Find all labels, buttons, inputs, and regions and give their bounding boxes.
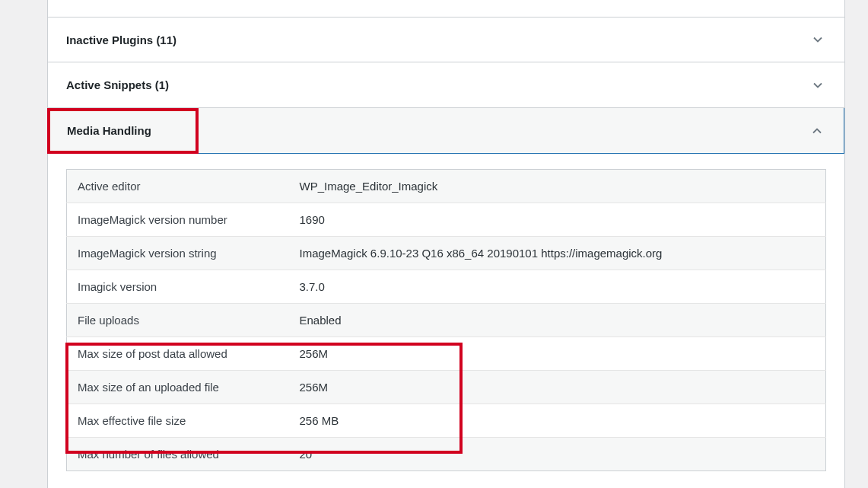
section-label: Active Snippets	[66, 78, 152, 91]
chevron-down-icon	[809, 31, 826, 48]
table-row: Imagick version3.7.0	[67, 270, 826, 304]
table-row: ImageMagick version stringImageMagick 6.…	[67, 237, 826, 270]
section-title: Inactive Plugins (11)	[66, 33, 176, 46]
accordion: Inactive Plugins (11) Active Snippets (1…	[48, 17, 844, 477]
section-title: Media Handling	[67, 124, 151, 137]
row-value: 256M	[289, 337, 826, 371]
section-label: Inactive Plugins	[66, 33, 153, 46]
section-count: (11)	[156, 33, 176, 46]
row-value: 256M	[289, 371, 826, 404]
table-row: File uploadsEnabled	[67, 304, 826, 337]
row-label: Max number of files allowed	[67, 438, 289, 471]
chevron-up-icon	[809, 123, 825, 139]
table-row: Max effective file size256 MB	[67, 404, 826, 438]
row-label: ImageMagick version string	[67, 237, 289, 270]
prev-section-sliver	[48, 0, 844, 17]
table-row: Max size of post data allowed256M	[67, 337, 826, 371]
section-media-handling[interactable]: Media Handling	[48, 108, 844, 154]
table-row: Max size of an uploaded file256M	[67, 371, 826, 404]
media-handling-body: Active editorWP_Image_Editor_ImagickImag…	[48, 154, 844, 477]
table-row: Active editorWP_Image_Editor_Imagick	[67, 170, 826, 203]
row-label: Active editor	[67, 170, 289, 203]
section-title: Active Snippets (1)	[66, 78, 169, 91]
row-value: Enabled	[289, 304, 826, 337]
section-active-snippets[interactable]: Active Snippets (1)	[48, 62, 844, 108]
row-value: WP_Image_Editor_Imagick	[289, 170, 826, 203]
section-inactive-plugins[interactable]: Inactive Plugins (11)	[48, 17, 844, 62]
row-value: 256 MB	[289, 404, 826, 438]
row-label: Max size of post data allowed	[67, 337, 289, 371]
site-health-panel: Inactive Plugins (11) Active Snippets (1…	[47, 0, 845, 488]
section-count: (1)	[155, 78, 169, 91]
table-row: ImageMagick version number1690	[67, 203, 826, 237]
row-label: ImageMagick version number	[67, 203, 289, 237]
row-value: 1690	[289, 203, 826, 237]
chevron-down-icon	[809, 77, 826, 94]
row-value: ImageMagick 6.9.10-23 Q16 x86_64 2019010…	[289, 237, 826, 270]
row-label: Max effective file size	[67, 404, 289, 438]
media-handling-table: Active editorWP_Image_Editor_ImagickImag…	[66, 169, 826, 471]
row-value: 20	[289, 438, 826, 471]
row-label: Max size of an uploaded file	[67, 371, 289, 404]
section-label: Media Handling	[67, 124, 151, 137]
table-row: Max number of files allowed20	[67, 438, 826, 471]
row-label: Imagick version	[67, 270, 289, 304]
row-label: File uploads	[67, 304, 289, 337]
row-value: 3.7.0	[289, 270, 826, 304]
